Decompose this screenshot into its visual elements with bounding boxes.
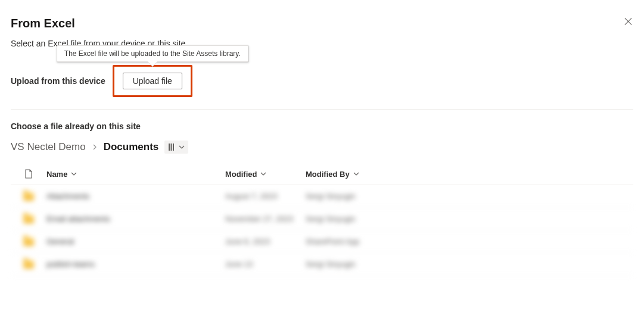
folder-icon: [23, 215, 34, 223]
close-icon[interactable]: [624, 17, 633, 26]
chevron-right-icon: [92, 144, 98, 150]
table-body: Attachments August 7, 2023 Sergi Sinyugi…: [11, 185, 633, 276]
file-table: Name Modified Modified By Attachments Au…: [11, 164, 633, 276]
column-name-label: Name: [46, 170, 67, 179]
divider: [11, 109, 633, 110]
table-row[interactable]: publish-teams June 13 Sergi Sinyugin: [11, 253, 633, 276]
column-modified[interactable]: Modified: [225, 170, 306, 179]
cell-name: Attachments: [46, 192, 225, 201]
upload-section: Upload from this device The Excel file w…: [11, 65, 633, 97]
upload-tooltip: The Excel file will be uploaded to the S…: [57, 45, 248, 62]
upload-file-button[interactable]: Upload file: [123, 73, 182, 89]
upload-highlight-box: The Excel file will be uploaded to the S…: [113, 65, 192, 97]
picker-section-label: Choose a file already on this site: [11, 121, 633, 131]
chevron-down-icon: [179, 144, 185, 150]
svg-rect-0: [169, 144, 170, 151]
table-header: Name Modified Modified By: [11, 164, 633, 185]
view-switcher[interactable]: [164, 141, 188, 154]
cell-modified: June 13: [225, 260, 306, 269]
svg-rect-1: [171, 144, 172, 151]
table-row[interactable]: Email attachments November 27, 2023 Serg…: [11, 208, 633, 230]
breadcrumb-root[interactable]: VS Nectel Demo: [11, 141, 86, 153]
folder-icon: [23, 192, 34, 201]
column-icon: [11, 169, 46, 179]
cell-modified-by: Sergi Sinyugin: [306, 214, 395, 223]
breadcrumb-current: Documents: [104, 141, 159, 153]
column-name[interactable]: Name: [46, 170, 225, 179]
cell-modified: August 7, 2023: [225, 192, 306, 201]
cell-name: General: [46, 237, 225, 246]
column-modified-by[interactable]: Modified By: [306, 170, 395, 179]
column-modified-by-label: Modified By: [306, 170, 350, 179]
breadcrumb: VS Nectel Demo Documents: [11, 141, 633, 154]
file-type-icon: [24, 169, 33, 179]
column-modified-label: Modified: [225, 170, 257, 179]
cell-modified-by: SharePoint App: [306, 237, 395, 246]
folder-icon: [23, 260, 34, 269]
cell-name: Email attachments: [46, 214, 225, 223]
cell-name: publish-teams: [46, 260, 225, 269]
table-row[interactable]: Attachments August 7, 2023 Sergi Sinyugi…: [11, 185, 633, 208]
page-title: From Excel: [11, 17, 633, 30]
cell-modified-by: Sergi Sinyugin: [306, 192, 395, 201]
chevron-down-icon: [260, 171, 266, 177]
folder-icon: [23, 238, 34, 246]
upload-label: Upload from this device: [11, 76, 105, 86]
chevron-down-icon: [71, 171, 77, 177]
svg-rect-2: [173, 144, 174, 151]
cell-modified-by: Sergi Sinyugin: [306, 260, 395, 269]
list-view-icon: [168, 143, 176, 151]
chevron-down-icon: [353, 171, 359, 177]
cell-modified: June 6, 2023: [225, 237, 306, 246]
table-row[interactable]: General June 6, 2023 SharePoint App: [11, 230, 633, 253]
cell-modified: November 27, 2023: [225, 214, 306, 223]
